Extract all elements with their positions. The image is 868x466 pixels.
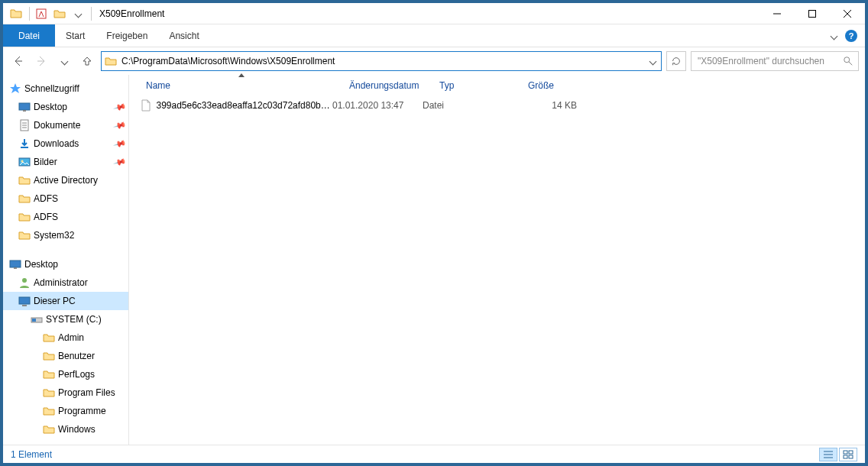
column-type[interactable]: Typ xyxy=(433,75,522,96)
tree-pictures[interactable]: Bilder 📌 xyxy=(3,153,128,171)
refresh-button[interactable] xyxy=(666,51,686,71)
folder-icon xyxy=(18,174,31,186)
tree-perflogs[interactable]: PerfLogs xyxy=(3,365,128,383)
item-count: 1 Element xyxy=(11,449,52,460)
svg-rect-8 xyxy=(10,261,21,267)
svg-rect-1 xyxy=(809,10,816,17)
qat-new-folder-icon[interactable] xyxy=(51,5,68,22)
tree-this-pc[interactable]: Dieser PC xyxy=(3,292,128,310)
pc-icon xyxy=(18,295,31,307)
separator xyxy=(29,7,30,21)
tree-system-c[interactable]: SYSTEM (C:) xyxy=(3,310,128,328)
tree-downloads[interactable]: Downloads 📌 xyxy=(3,134,128,153)
tree-active-directory[interactable]: Active Directory xyxy=(3,171,128,189)
file-rows[interactable]: 399ad5e6c33ead8eaffa12c03d72afd80be9... … xyxy=(129,96,865,445)
qat-dropdown-icon[interactable] xyxy=(70,5,86,22)
folder-icon xyxy=(43,332,55,344)
minimize-button[interactable] xyxy=(760,3,795,24)
file-modified: 01.01.2020 13:47 xyxy=(332,100,423,111)
user-icon xyxy=(18,277,31,289)
forward-button[interactable] xyxy=(32,52,50,70)
tree-documents[interactable]: Dokumente 📌 xyxy=(3,116,128,134)
pin-icon: 📌 xyxy=(113,137,128,150)
tab-share[interactable]: Freigeben xyxy=(96,24,158,47)
pictures-icon xyxy=(18,156,31,168)
tab-home[interactable]: Start xyxy=(55,24,96,47)
desktop-icon xyxy=(18,101,31,113)
file-icon xyxy=(140,99,151,112)
ribbon-tabs: Datei Start Freigeben Ansicht ? xyxy=(3,24,865,47)
recent-dropdown-icon[interactable] xyxy=(55,52,73,70)
explorer-window: X509Enrollment Datei Start Freigeben Ans… xyxy=(0,0,868,466)
search-icon xyxy=(843,56,853,66)
file-row[interactable]: 399ad5e6c33ead8eaffa12c03d72afd80be9... … xyxy=(129,96,865,115)
search-box[interactable] xyxy=(691,51,859,71)
file-type: Datei xyxy=(423,100,511,111)
tree-adfs[interactable]: ADFS xyxy=(3,189,128,208)
folder-icon xyxy=(43,405,55,417)
thumbnails-view-button[interactable] xyxy=(839,448,857,461)
svg-point-2 xyxy=(844,57,850,63)
qat-properties-icon[interactable] xyxy=(33,5,50,22)
tree-programme[interactable]: Programme xyxy=(3,402,128,420)
svg-rect-14 xyxy=(32,319,36,322)
qat-folder-icon[interactable] xyxy=(8,5,24,22)
sort-indicator-icon xyxy=(238,73,245,77)
navigation-bar xyxy=(3,47,865,75)
up-button[interactable] xyxy=(78,52,96,70)
tree-program-files[interactable]: Program Files xyxy=(3,383,128,402)
tree-users[interactable]: Benutzer xyxy=(3,347,128,365)
search-input[interactable] xyxy=(696,55,843,67)
body: Schnellzugriff Desktop 📌 Dokumente 📌 Dow… xyxy=(3,75,865,445)
folder-icon xyxy=(43,387,55,399)
column-headers: Name Änderungsdatum Typ Größe xyxy=(129,75,865,96)
separator xyxy=(91,7,92,21)
tree-system32[interactable]: System32 xyxy=(3,226,128,244)
address-dropdown-icon[interactable] xyxy=(646,53,659,70)
help-icon[interactable]: ? xyxy=(845,30,857,42)
file-list: Name Änderungsdatum Typ Größe 399ad5e6c3… xyxy=(129,75,865,445)
svg-rect-15 xyxy=(844,451,847,454)
svg-rect-11 xyxy=(19,297,30,304)
tree-quick-access[interactable]: Schnellzugriff xyxy=(3,79,128,98)
details-view-button[interactable] xyxy=(819,448,837,461)
folder-icon xyxy=(43,423,55,435)
tab-view[interactable]: Ansicht xyxy=(158,24,209,47)
desktop-icon xyxy=(9,258,21,270)
tree-desktop-root[interactable]: Desktop xyxy=(3,255,128,273)
svg-rect-4 xyxy=(23,110,26,112)
column-name[interactable]: Name xyxy=(140,75,343,96)
folder-icon xyxy=(105,55,117,67)
address-bar[interactable] xyxy=(101,51,662,71)
download-icon xyxy=(18,138,31,150)
back-button[interactable] xyxy=(9,52,28,70)
window-controls xyxy=(760,3,865,24)
tree-windows[interactable]: Windows xyxy=(3,420,128,438)
ribbon-collapse-icon[interactable] xyxy=(830,32,837,40)
document-icon xyxy=(18,119,31,131)
svg-rect-17 xyxy=(844,455,847,458)
tree-admin[interactable]: Admin xyxy=(3,328,128,347)
tree-desktop[interactable]: Desktop 📌 xyxy=(3,98,128,116)
svg-rect-9 xyxy=(14,267,17,269)
file-name: 399ad5e6c33ead8eaffa12c03d72afd80be9... xyxy=(156,100,332,111)
column-modified[interactable]: Änderungsdatum xyxy=(343,75,433,96)
navigation-tree[interactable]: Schnellzugriff Desktop 📌 Dokumente 📌 Dow… xyxy=(3,75,129,445)
pin-icon: 📌 xyxy=(113,155,128,169)
maximize-button[interactable] xyxy=(795,3,830,24)
folder-icon xyxy=(18,211,31,223)
close-button[interactable] xyxy=(830,3,865,24)
tab-file[interactable]: Datei xyxy=(3,24,55,47)
window-title: X509Enrollment xyxy=(99,8,164,19)
address-input[interactable] xyxy=(120,53,643,69)
pin-icon: 📌 xyxy=(113,100,128,114)
status-bar: 1 Element xyxy=(3,445,865,463)
tree-administrator[interactable]: Administrator xyxy=(3,273,128,292)
folder-icon xyxy=(43,368,55,380)
column-size[interactable]: Größe xyxy=(522,75,606,96)
drive-icon xyxy=(31,313,43,325)
pin-icon: 📌 xyxy=(113,118,128,132)
folder-icon xyxy=(18,193,31,205)
folder-icon xyxy=(18,229,31,241)
tree-adfs[interactable]: ADFS xyxy=(3,208,128,226)
